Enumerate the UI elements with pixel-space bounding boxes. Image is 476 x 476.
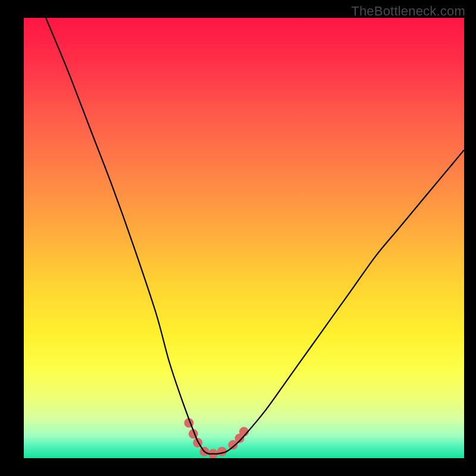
plot-area [24,18,464,458]
valley-highlight [184,418,249,458]
chart-svg [24,18,464,458]
bottleneck-curve [46,18,464,454]
watermark-text: TheBottleneck.com [351,4,465,19]
chart-frame: TheBottleneck.com [0,0,476,476]
